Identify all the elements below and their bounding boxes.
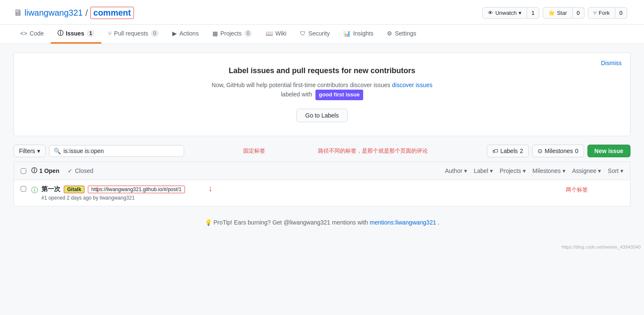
milestones-filter[interactable]: Milestones ▾ [533,167,565,174]
projects-filter-label: Projects [500,167,521,174]
protip-text: ProTip! Ears burning? Get @liwangwang321… [213,219,368,226]
fork-button[interactable]: ⑂ Fork [588,7,615,19]
star-button[interactable]: ⭐ Star [543,7,573,19]
tab-pull-requests[interactable]: ⑂ Pull requests 0 [101,25,166,44]
issues-filters: Author ▾ Label ▾ Projects ▾ Milestones ▾… [445,167,623,174]
milestones-count: 0 [575,148,579,154]
tab-actions-label: Actions [179,30,199,37]
repo-owner[interactable]: liwangwang321 [24,8,83,18]
fork-label: Fork [599,10,610,16]
tab-security[interactable]: 🛡 Security [293,25,337,44]
annotation-fixed: 固定标签 [243,147,265,155]
eye-icon: 👁 [488,10,493,16]
toolbar-annotations: 固定标签 路径不同的标签，是那个就是那个页面的评论 [243,147,427,155]
issue-label-url: https://liwangwang321.github.io/#/post/1 [88,186,185,193]
tab-insights-label: Insights [353,30,373,37]
tab-projects[interactable]: ▦ Projects 0 [206,25,259,44]
tab-wiki-label: Wiki [275,30,286,37]
fork-icon: ⑂ [593,10,597,16]
open-count-label: 1 Open [39,167,59,174]
issue-meta: #1 opened 2 days ago by liwangwang321 [41,195,623,201]
promo-body: Now, GitHub will help potential first-ti… [31,80,613,90]
filters-button[interactable]: Filters ▾ [14,145,46,157]
chevron-down-icon: ▾ [519,10,522,16]
repo-sep: / [85,8,88,19]
milestones-filter-chevron-icon: ▾ [562,167,565,174]
star-icon: ⭐ [548,10,555,16]
go-to-labels-button[interactable]: Go to Labels [296,109,348,122]
open-icon: ⓘ [31,167,37,175]
star-label: Star [557,10,567,16]
watermark: https://blog.csdn.net/weixin_43943540 [0,243,644,251]
closed-label: Closed [75,167,93,174]
author-chevron-icon: ▾ [464,167,467,174]
tab-issues[interactable]: ⓘ Issues 1 [51,25,101,44]
issue-content: 第一次 Gitalk https://liwangwang321.github.… [41,185,623,201]
tab-projects-label: Projects [220,30,242,37]
sort-filter[interactable]: Sort ▾ [608,167,623,174]
milestones-button[interactable]: ⊙ Milestones 0 [532,145,584,157]
issues-count-badge: 1 [87,30,95,37]
fork-count[interactable]: 0 [615,7,627,19]
nav-tabs: <> Code ⓘ Issues 1 ⑂ Pull requests 0 ▶ A… [0,25,644,44]
unwatch-group: 👁 Unwatch ▾ 1 [482,7,539,19]
unwatch-button[interactable]: 👁 Unwatch ▾ [482,7,527,19]
watermark-text: https://blog.csdn.net/weixin_43943540 [562,244,641,249]
unwatch-count[interactable]: 1 [527,7,539,19]
closed-link[interactable]: ✓ Closed [68,167,93,174]
issue-row-wrapper: ↓ ↓ 两个标签 ⓘ 第一次 Gitalk https://liwangwang… [14,180,630,206]
open-count: ⓘ 1 Open [31,167,59,175]
protip-end: . [438,219,440,226]
select-all-checkbox[interactable] [21,168,26,174]
search-input[interactable] [63,148,179,154]
search-box: 🔍 [49,145,184,157]
projects-count-badge: 0 [244,30,252,37]
issue-title[interactable]: 第一次 [41,185,60,193]
milestones-filter-label: Milestones [533,167,561,174]
issue-checkbox[interactable] [21,186,26,192]
sort-filter-label: Sort [608,167,619,174]
issues-list: ⓘ 1 Open ✓ Closed Author ▾ Label ▾ Proje… [14,162,630,206]
fork-group: ⑂ Fork 0 [588,7,627,19]
tab-actions[interactable]: ▶ Actions [166,25,206,44]
projects-filter-chevron-icon: ▾ [523,167,526,174]
new-issue-button[interactable]: New issue [587,145,630,157]
tab-wiki[interactable]: 📖 Wiki [259,25,293,44]
promo-title: Label issues and pull requests for new c… [31,66,613,75]
label-filter-chevron-icon: ▾ [490,167,493,174]
issue-label-gitalk: Gitalk [64,186,84,193]
label-filter[interactable]: Label ▾ [474,167,493,174]
check-icon: ✓ [68,167,73,174]
tab-issues-label: Issues [66,30,84,37]
tab-settings[interactable]: ⚙ Settings [380,25,423,44]
issue-icon: ⓘ [57,30,63,37]
discover-issues-link[interactable]: discover issues [392,82,432,88]
assignee-filter[interactable]: Assignee ▾ [572,167,601,174]
milestone-icon: ⊙ [538,148,543,154]
dismiss-button[interactable]: Dismiss [601,60,622,66]
label-icon: 🏷 [492,148,498,154]
protip-icon: 💡 [205,219,212,226]
pr-icon: ⑂ [108,30,111,37]
tab-security-label: Security [308,30,330,37]
promo-banner: Dismiss Label issues and pull requests f… [14,52,630,136]
annotation-path: 路径不同的标签，是那个就是那个页面的评论 [318,147,428,155]
tab-insights[interactable]: 📊 Insights [337,25,380,44]
protip-link[interactable]: mentions:liwangwang321 [370,219,436,226]
author-label: Author [445,167,462,174]
star-count[interactable]: 0 [573,7,584,19]
author-filter[interactable]: Author ▾ [445,167,467,174]
labels-button[interactable]: 🏷 Labels 2 [487,145,529,157]
issues-list-header: ⓘ 1 Open ✓ Closed Author ▾ Label ▾ Proje… [14,162,630,180]
tab-code[interactable]: <> Code [14,25,51,44]
promo-badge-row: labeled with good first issue [31,90,613,100]
code-icon: <> [20,30,27,37]
filter-chevron-icon: ▾ [37,148,40,154]
label-filter-label: Label [474,167,488,174]
projects-filter[interactable]: Projects ▾ [500,167,526,174]
repo-name[interactable]: comment [90,7,134,19]
filters-label: Filters [19,148,35,154]
actions-icon: ▶ [172,30,177,37]
unwatch-label: Unwatch [495,10,517,16]
issue-title-row: 第一次 Gitalk https://liwangwang321.github.… [41,185,623,193]
